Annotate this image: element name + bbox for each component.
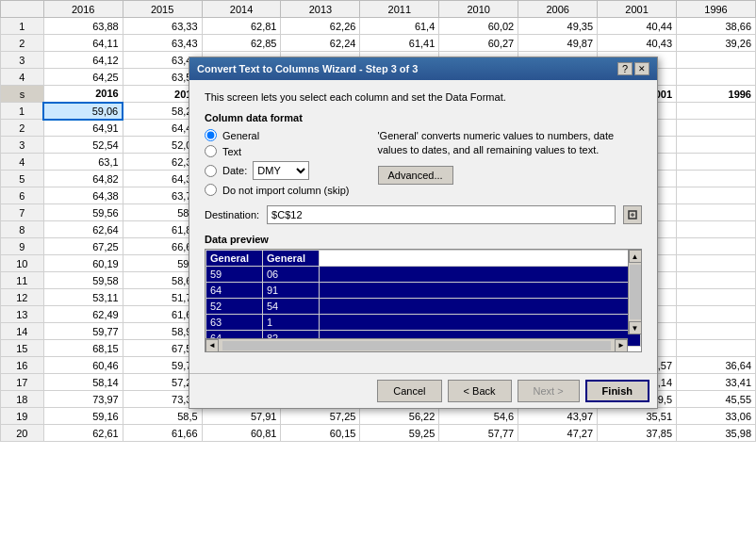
scroll-up-arrow[interactable]: ▲	[629, 250, 642, 263]
table-row: 19 59,1658,557,91 57,2556,2254,643,9735,…	[1, 408, 756, 425]
col-header-2013[interactable]: 2013	[281, 1, 360, 18]
preview-row: 63 1	[206, 315, 641, 331]
col-header-empty	[1, 1, 44, 18]
col-header-2011[interactable]: 2011	[360, 1, 439, 18]
preview-row: 59 06	[206, 267, 641, 283]
text-radio[interactable]	[205, 145, 217, 157]
scroll-thumb[interactable]	[630, 265, 641, 319]
text-label: Text	[222, 146, 241, 157]
destination-picker-button[interactable]	[623, 205, 642, 224]
col-header-2014[interactable]: 2014	[202, 1, 281, 18]
date-label: Date:	[222, 165, 247, 176]
scroll-h-thumb[interactable]	[222, 341, 611, 350]
skip-radio[interactable]	[205, 184, 217, 196]
preview-horizontal-scrollbar[interactable]: ◄ ►	[205, 338, 628, 351]
dialog-description: This screen lets you select each column …	[205, 91, 642, 103]
preview-row: 64 91	[206, 283, 641, 299]
preview-cell: 63	[206, 315, 263, 331]
date-radio[interactable]	[205, 165, 217, 177]
preview-cell: 52	[206, 299, 263, 315]
format-options: General Text Date: DMY MDY YMD	[205, 129, 350, 196]
table-row: 20 62,6161,6660,81 60,1559,2557,7747,273…	[1, 425, 756, 442]
col-header-2016[interactable]: 2016	[43, 1, 123, 18]
general-option[interactable]: General	[205, 129, 350, 141]
date-format-dropdown[interactable]: DMY MDY YMD	[253, 161, 309, 180]
general-radio[interactable]	[205, 129, 217, 141]
table-row: 2 64,11 63,43 62,85 62,24 61,41 60,27 49…	[1, 35, 756, 52]
data-preview-area: General General 59 06 64 91	[205, 249, 642, 352]
format-description-text: 'General' converts numeric values to num…	[378, 129, 643, 158]
help-button[interactable]: ?	[617, 62, 633, 75]
scroll-right-arrow[interactable]: ►	[615, 339, 628, 352]
preview-cell: 54	[263, 299, 320, 315]
data-preview-label: Data preview	[205, 234, 642, 245]
scroll-down-arrow[interactable]: ▼	[629, 321, 642, 334]
col-header-2010[interactable]: 2010	[439, 1, 518, 18]
dialog-window-controls: ? ✕	[617, 62, 649, 75]
preview-col-header-1: General	[206, 251, 263, 267]
next-button[interactable]: Next >	[518, 380, 580, 402]
table-row: 1 63,88 63,33 62,81 62,26 61,4 60,02 49,…	[1, 18, 756, 35]
dialog-titlebar: Convert Text to Columns Wizard - Step 3 …	[189, 57, 657, 80]
dialog-footer: Cancel < Back Next > Finish	[189, 373, 657, 408]
col-header-1996[interactable]: 1996	[677, 1, 756, 18]
back-button[interactable]: < Back	[448, 380, 512, 402]
preview-cell: 59	[206, 267, 263, 283]
col-header-2006[interactable]: 2006	[518, 1, 598, 18]
destination-input[interactable]	[267, 205, 616, 224]
col-header-2015[interactable]: 2015	[123, 1, 202, 18]
preview-cell: 91	[263, 283, 320, 299]
dialog-title: Convert Text to Columns Wizard - Step 3 …	[197, 63, 418, 74]
preview-col-header-2: General	[263, 251, 320, 267]
skip-option[interactable]: Do not import column (skip)	[205, 184, 350, 196]
preview-cell: 06	[263, 267, 320, 283]
text-option[interactable]: Text	[205, 145, 350, 157]
preview-vertical-scrollbar[interactable]: ▲ ▼	[628, 250, 641, 334]
column-format-label: Column data format	[205, 112, 642, 123]
preview-cell: 64	[206, 283, 263, 299]
close-button[interactable]: ✕	[634, 62, 649, 75]
destination-row: Destination:	[205, 205, 642, 224]
preview-header-row: General General	[206, 251, 641, 267]
cancel-button[interactable]: Cancel	[377, 380, 441, 402]
format-info: 'General' converts numeric values to num…	[369, 129, 643, 196]
wizard-dialog: Convert Text to Columns Wizard - Step 3 …	[189, 57, 658, 409]
destination-label: Destination:	[205, 209, 259, 220]
finish-button[interactable]: Finish	[585, 380, 649, 402]
date-option[interactable]: Date: DMY MDY YMD	[205, 161, 350, 180]
scroll-left-arrow[interactable]: ◄	[205, 339, 219, 352]
preview-row: 52 54	[206, 299, 641, 315]
col-header-2001[interactable]: 2001	[598, 1, 677, 18]
dialog-body: This screen lets you select each column …	[189, 80, 657, 373]
preview-cell: 1	[263, 315, 320, 331]
preview-table: General General 59 06 64 91	[205, 250, 641, 347]
format-section: General Text Date: DMY MDY YMD	[205, 129, 642, 196]
skip-label: Do not import column (skip)	[222, 185, 350, 196]
advanced-button[interactable]: Advanced...	[378, 166, 453, 185]
general-label: General	[222, 130, 259, 141]
